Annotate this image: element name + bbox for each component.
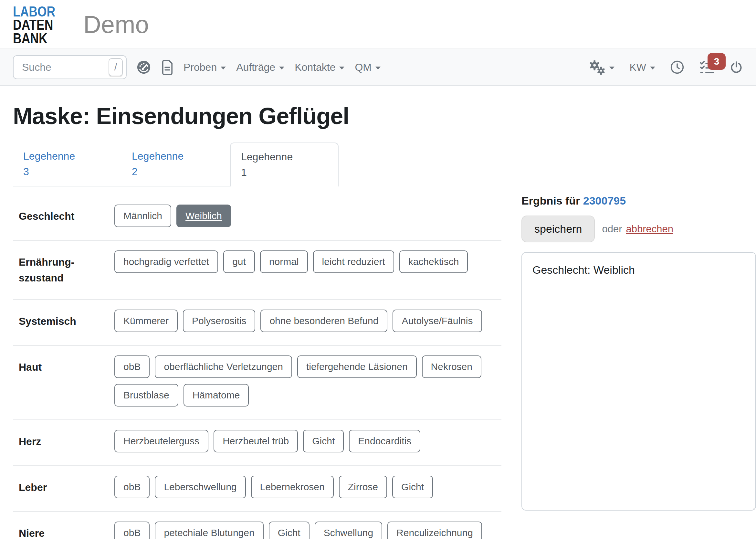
menu-auftraege-label: Aufträge — [236, 61, 275, 73]
kw-menu[interactable]: KW — [629, 61, 655, 73]
chevron-down-icon — [339, 67, 344, 69]
menu-qm-label: QM — [355, 61, 372, 73]
menu-kontakte-label: Kontakte — [295, 61, 335, 73]
logo-line-labor: LABOR — [13, 5, 55, 18]
row-options: Kümmerer Polyserositis ohne besonderen B… — [114, 310, 482, 332]
option-button-maennlich[interactable]: Männlich — [114, 204, 171, 227]
option-button[interactable]: Endocarditis — [349, 430, 420, 452]
menu-proben[interactable]: Proben — [178, 61, 231, 73]
logo-line-bank: BANK — [13, 32, 55, 45]
main-content: Maske: Einsendungen Geflügel Legehenne 3… — [0, 86, 756, 539]
form-row-ernaehrungszustand: Ernährung- szustand hochgradig verfettet… — [13, 241, 501, 300]
form-row-leber: Leber obB Leberschwellung Lebernekrosen … — [13, 466, 501, 512]
option-button[interactable]: Herzbeutel trüb — [213, 430, 298, 452]
menu-auftraege[interactable]: Aufträge — [231, 61, 289, 73]
option-button[interactable]: obB — [114, 521, 150, 539]
option-button[interactable]: Leberschwellung — [155, 476, 246, 498]
tab-legehenne-3[interactable]: Legehenne 3 — [13, 142, 121, 186]
chevron-down-icon — [279, 67, 284, 69]
chevron-down-icon — [609, 67, 615, 69]
option-button[interactable]: Kümmerer — [114, 310, 178, 332]
row-label: Ernährung- szustand — [19, 251, 114, 286]
option-button[interactable]: kachektisch — [399, 251, 468, 273]
speedometer-icon[interactable] — [136, 60, 151, 75]
labordatenbank-logo[interactable]: LABOR DATEN BANK — [13, 5, 55, 45]
tasks-count-badge: 3 — [708, 53, 725, 70]
settings-menu[interactable] — [589, 60, 615, 75]
row-label: Geschlecht — [19, 204, 114, 225]
form-row-geschlecht: Geschlecht Männlich Weiblich — [13, 187, 501, 241]
result-title: Ergbnis für 2300795 — [521, 194, 756, 207]
option-button[interactable]: petechiale Blutungen — [155, 521, 263, 539]
option-button[interactable]: Schwellung — [315, 521, 382, 539]
option-button[interactable]: obB — [114, 476, 150, 498]
result-output-textarea[interactable]: Geschlecht: Weiblich — [521, 252, 756, 510]
logo-line-daten: DATEN — [13, 18, 55, 31]
app-title: Demo — [83, 10, 149, 38]
option-button-weiblich[interactable]: Weiblich — [177, 204, 231, 227]
search-box: / — [13, 55, 127, 79]
option-button[interactable]: normal — [260, 251, 308, 273]
form-row-herz: Herz Herzbeutelerguss Herzbeutel trüb Gi… — [13, 420, 501, 466]
row-label: Leber — [19, 476, 114, 496]
file-text-icon[interactable] — [161, 59, 174, 75]
kw-menu-label: KW — [629, 61, 646, 73]
option-button[interactable]: Renculizeichnung — [387, 521, 482, 539]
page-title: Maske: Einsendungen Geflügel — [13, 103, 501, 129]
result-panel: Ergbnis für 2300795 speichern oder abbre… — [521, 194, 756, 512]
or-label: oder — [602, 223, 622, 235]
row-options: obB petechiale Blutungen Gicht Schwellun… — [114, 521, 482, 539]
menu-proben-label: Proben — [184, 61, 217, 73]
chevron-down-icon — [221, 67, 226, 69]
row-label: Systemisch — [19, 310, 114, 330]
menu-kontakte[interactable]: Kontakte — [289, 61, 349, 73]
chevron-down-icon — [375, 67, 381, 69]
row-label: Herz — [19, 430, 114, 450]
option-button[interactable]: Brustblase — [114, 384, 178, 407]
row-options: obB oberflächliche Verletzungen tieferge… — [114, 355, 486, 407]
form-row-systemisch: Systemisch Kümmerer Polyserositis ohne b… — [13, 300, 501, 346]
option-button[interactable]: gut — [223, 251, 255, 273]
row-label: Niere — [19, 521, 114, 539]
row-options: hochgradig verfettet gut normal leicht r… — [114, 251, 468, 273]
option-button[interactable]: Nekrosen — [422, 355, 482, 378]
option-button[interactable]: Gicht — [269, 521, 310, 539]
option-button[interactable]: Gicht — [392, 476, 433, 498]
clock-icon[interactable] — [670, 60, 684, 74]
tab-legehenne-1[interactable]: Legehenne 1 — [230, 142, 339, 187]
settings-gears-icon — [589, 60, 605, 75]
option-button[interactable]: Autolyse/Fäulnis — [393, 310, 482, 332]
slash-shortcut-key: / — [109, 58, 123, 76]
form-row-haut: Haut obB oberflächliche Verletzungen tie… — [13, 346, 501, 420]
row-label: Haut — [19, 355, 114, 375]
option-button[interactable]: tiefergehende Läsionen — [297, 355, 417, 378]
row-options: Herzbeutelerguss Herzbeutel trüb Gicht E… — [114, 430, 420, 452]
main-navbar: / Proben — [0, 48, 756, 86]
cancel-link[interactable]: abbrechen — [626, 223, 673, 235]
option-button[interactable]: Polyserositis — [183, 310, 255, 332]
row-options: Männlich Weiblich — [114, 204, 231, 227]
option-button[interactable]: obB — [114, 355, 150, 378]
option-button[interactable]: oberflächliche Verletzungen — [155, 355, 292, 378]
tab-legehenne-2[interactable]: Legehenne 2 — [121, 142, 230, 186]
mask-tabs: Legehenne 3 Legehenne 2 Legehenne 1 — [13, 142, 339, 187]
navbar-right-group: KW — [589, 60, 743, 75]
save-row: speichern oder abbrechen — [521, 215, 756, 242]
record-id-link[interactable]: 2300795 — [583, 194, 626, 207]
option-button[interactable]: Gicht — [303, 430, 344, 452]
option-button[interactable]: Lebernekrosen — [251, 476, 334, 498]
power-icon[interactable] — [729, 60, 743, 74]
option-button[interactable]: Herzbeutelerguss — [114, 430, 208, 452]
row-options: obB Leberschwellung Lebernekrosen Zirros… — [114, 476, 433, 498]
option-button[interactable]: Hämatome — [184, 384, 249, 407]
tasks-menu[interactable]: 3 — [699, 60, 715, 74]
menu-qm[interactable]: QM — [349, 61, 386, 73]
findings-form: Geschlecht Männlich Weiblich Ernährung- … — [13, 187, 501, 539]
option-button[interactable]: Zirrose — [339, 476, 387, 498]
option-button[interactable]: leicht reduziert — [313, 251, 394, 273]
form-row-niere: Niere obB petechiale Blutungen Gicht Sch… — [13, 512, 501, 539]
option-button[interactable]: ohne besonderen Befund — [261, 310, 387, 332]
save-button[interactable]: speichern — [521, 215, 595, 242]
mask-column: Maske: Einsendungen Geflügel Legehenne 3… — [13, 103, 501, 539]
option-button[interactable]: hochgradig verfettet — [114, 251, 218, 273]
